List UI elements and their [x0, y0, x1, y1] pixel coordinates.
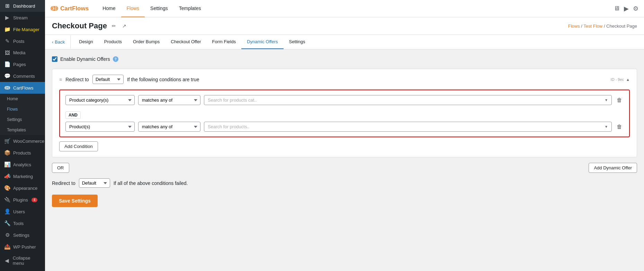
sidebar-item-stream[interactable]: ▶ Stream	[0, 12, 45, 24]
marketing-icon: 📣	[4, 173, 10, 179]
condition-row-1: Product category(s) Product(s) matches a…	[65, 95, 624, 105]
tab-settings[interactable]: Settings	[284, 35, 311, 49]
sidebar-item-plugins[interactable]: 🔌 Plugins 4	[0, 194, 45, 206]
back-label: Back	[55, 39, 65, 45]
external-link-icon[interactable]: ↗	[121, 22, 128, 29]
or-button[interactable]: OR	[52, 163, 69, 173]
sidebar-item-label: Comments	[13, 74, 35, 79]
sidebar-item-media[interactable]: 🖼 Media	[0, 47, 45, 58]
sidebar-item-products[interactable]: 📦 Products	[0, 147, 45, 159]
failed-redirect-select[interactable]: Default	[79, 178, 110, 188]
sidebar-item-settings-sub[interactable]: Settings	[0, 114, 45, 125]
sidebar-item-appearance[interactable]: 🎨 Appearance	[0, 182, 45, 194]
video-icon[interactable]: ▶	[624, 5, 629, 12]
monitor-icon[interactable]: 🖥	[614, 5, 620, 12]
sidebar-item-settings-main[interactable]: ⚙ Settings	[0, 229, 45, 241]
edit-page-icon[interactable]: ✏	[110, 22, 117, 29]
collapse-icon: ▲	[626, 77, 630, 82]
collapse-icon: ◀	[4, 258, 10, 264]
sidebar-item-wp-pusher[interactable]: 📤 WP Pusher	[0, 241, 45, 253]
sidebar-item-cartflows[interactable]: ↈ CartFlows	[0, 82, 45, 94]
sidebar-item-users[interactable]: 👤 Users	[0, 206, 45, 217]
tab-products[interactable]: Products	[99, 35, 127, 49]
page-title: Checkout Page	[52, 21, 107, 30]
condition-type-select-2[interactable]: Product(s) Product category(s)	[65, 122, 135, 132]
drag-icon[interactable]: ≡	[59, 77, 62, 82]
cf-nav-settings[interactable]: Settings	[145, 0, 173, 17]
file-manager-icon: 📁	[4, 26, 10, 32]
users-icon: 👤	[4, 208, 10, 215]
enable-checkbox[interactable]	[52, 56, 57, 62]
cf-logo-text: CartFlows	[60, 5, 89, 12]
sidebar-item-label: Pages	[13, 62, 26, 67]
sidebar-item-flows-sub[interactable]: Flows	[0, 104, 45, 114]
sidebar-item-label: Tools	[13, 221, 24, 226]
cf-topbar-right: 🖥 ▶ ⚙	[614, 5, 638, 12]
enable-row: Enable Dynamic Offers ?	[52, 56, 637, 62]
sidebar-item-label: Home	[7, 96, 18, 101]
dashboard-icon: ⊞	[4, 3, 10, 9]
save-settings-button[interactable]: Save Settings	[52, 195, 98, 207]
and-separator: AND	[65, 109, 624, 122]
condition-search-1[interactable]: Search for products cat.. ▼	[204, 95, 612, 105]
pages-icon: 📄	[4, 61, 10, 67]
sidebar-item-pages[interactable]: 📄 Pages	[0, 58, 45, 70]
sidebar-item-analytics[interactable]: 📊 Analytics	[0, 159, 45, 170]
media-icon: 🖼	[4, 50, 10, 56]
failed-redirect-label: Redirect to	[52, 180, 75, 186]
back-button[interactable]: ‹ Back	[52, 35, 71, 49]
sidebar-item-label: WooCommerce	[13, 139, 44, 144]
page-title-row: Checkout Page ✏ ↗	[52, 21, 128, 30]
sidebar-item-label: Media	[13, 50, 25, 55]
sidebar-item-marketing[interactable]: 📣 Marketing	[0, 170, 45, 182]
sidebar-item-tools[interactable]: 🔧 Tools	[0, 217, 45, 229]
cf-logo-icon: ↈ	[51, 4, 58, 12]
settings-icon: ⚙	[4, 232, 10, 238]
id-label: ID - 9ec	[611, 77, 624, 82]
tab-design[interactable]: Design	[73, 35, 98, 49]
sidebar-item-dashboard[interactable]: ⊞ Dashboard	[0, 0, 45, 12]
breadcrumb-flows-link[interactable]: Flows	[568, 24, 580, 29]
sidebar-item-woocommerce[interactable]: 🛒 WooCommerce	[0, 135, 45, 147]
condition-block: Product category(s) Product(s) matches a…	[59, 90, 630, 137]
posts-icon: ✎	[4, 38, 10, 44]
back-arrow-icon: ‹	[52, 39, 53, 45]
collapse-arrow[interactable]: ID - 9ec ▲	[611, 77, 630, 82]
stream-icon: ▶	[4, 15, 10, 21]
sidebar-item-file-manager[interactable]: 📁 File Manager	[0, 24, 45, 35]
condition-type-select-1[interactable]: Product category(s) Product(s)	[65, 95, 135, 105]
plugins-badge: 4	[32, 198, 38, 202]
cf-nav-flows[interactable]: Flows	[121, 0, 145, 17]
redirect-label: Redirect to	[65, 77, 89, 82]
tab-dynamic-offers[interactable]: Dynamic Offers	[241, 35, 283, 49]
redirect-header: ≡ Redirect to Default If the following c…	[59, 75, 630, 84]
cf-nav-home[interactable]: Home	[97, 0, 121, 17]
sidebar-item-posts[interactable]: ✎ Posts	[0, 35, 45, 47]
sidebar-item-collapse[interactable]: ◀ Collapse menu	[0, 253, 45, 269]
condition-row-2: Product(s) Product category(s) matches a…	[65, 122, 624, 132]
sidebar-item-comments[interactable]: 💬 Comments	[0, 70, 45, 82]
sidebar-submenu-cartflows: Home Flows Settings Templates	[0, 94, 45, 135]
delete-condition-2[interactable]: 🗑	[615, 122, 624, 131]
sidebar-item-home-sub[interactable]: Home	[0, 94, 45, 104]
tab-form-fields[interactable]: Form Fields	[207, 35, 242, 49]
add-dynamic-offer-button[interactable]: Add Dynamic Offer	[589, 163, 637, 173]
breadcrumb-flow-link[interactable]: Test Flow	[583, 24, 602, 29]
gear-icon[interactable]: ⚙	[633, 5, 638, 12]
delete-condition-1[interactable]: 🗑	[615, 96, 624, 105]
condition-search-2[interactable]: Search for products.. ▼	[204, 122, 612, 132]
appearance-icon: 🎨	[4, 185, 10, 191]
sidebar: ⊞ Dashboard ▶ Stream 📁 File Manager ✎ Po…	[0, 0, 45, 271]
sidebar-item-templates-sub[interactable]: Templates	[0, 125, 45, 135]
add-condition-button[interactable]: Add Condition	[59, 141, 98, 151]
tab-order-bumps[interactable]: Order Bumps	[127, 35, 165, 49]
help-icon[interactable]: ?	[113, 56, 118, 62]
enable-label: Enable Dynamic Offers	[60, 56, 110, 62]
cf-nav-templates[interactable]: Templates	[173, 0, 207, 17]
analytics-icon: 📊	[4, 161, 10, 168]
tab-checkout-offer[interactable]: Checkout Offer	[165, 35, 206, 49]
redirect-default-select[interactable]: Default	[92, 75, 124, 84]
condition-matcher-select-2[interactable]: matches any of does not match any of	[138, 122, 200, 132]
comments-icon: 💬	[4, 73, 10, 79]
condition-matcher-select-1[interactable]: matches any of does not match any of	[138, 95, 200, 105]
